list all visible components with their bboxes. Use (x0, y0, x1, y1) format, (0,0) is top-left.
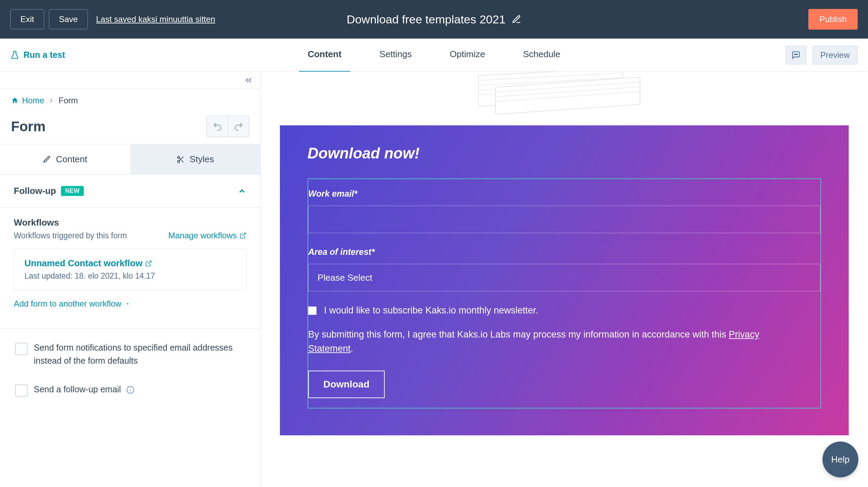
manage-workflows-label: Manage workflows (168, 231, 237, 240)
tab-settings[interactable]: Settings (371, 38, 421, 73)
area-of-interest-label: Area of interest* (308, 247, 820, 257)
section-followup-title: Follow-up (14, 186, 56, 196)
form-preview-section: Download now! Work email* Area of intere… (280, 125, 849, 435)
notifications-label: Send form notifications to specified ema… (34, 341, 245, 367)
add-workflow-link[interactable]: Add form to another workflow (14, 299, 246, 319)
breadcrumb-current: Form (59, 96, 78, 105)
workflow-card[interactable]: Unnamed Contact workflow Last updated: 1… (14, 249, 246, 290)
page-title: Download free templates 2021 (346, 13, 505, 26)
download-button[interactable]: Download (308, 371, 385, 398)
svg-line-7 (179, 158, 181, 159)
run-a-test-label: Run a test (23, 50, 65, 60)
inner-tab-content-label: Content (56, 154, 87, 165)
external-link-icon (240, 232, 246, 239)
form-area[interactable]: Work email* Area of interest* Please Sel… (307, 178, 821, 408)
add-workflow-label: Add form to another workflow (14, 299, 121, 309)
disclaimer-prefix: By submitting this form, I agree that Ka… (308, 329, 729, 340)
undo-button[interactable] (206, 116, 228, 137)
svg-point-4 (178, 160, 180, 163)
panel-title: Form (11, 119, 46, 134)
chevron-right-icon (48, 97, 54, 104)
new-badge: NEW (61, 186, 84, 196)
run-a-test-button[interactable]: Run a test (10, 50, 65, 60)
flask-icon (10, 51, 19, 60)
tab-schedule[interactable]: Schedule (514, 38, 569, 73)
preview-button[interactable]: Preview (813, 46, 858, 64)
newsletter-checkbox[interactable] (308, 307, 316, 315)
area-of-interest-select[interactable]: Please Select (308, 264, 820, 291)
workflows-heading: Workflows (14, 217, 246, 228)
top-header: Exit Save Last saved kaksi minuuttia sit… (0, 0, 868, 39)
notifications-checkbox[interactable] (15, 343, 28, 355)
svg-point-0 (794, 54, 795, 54)
comment-icon (791, 51, 800, 60)
scissors-icon (176, 155, 185, 164)
sub-nav: Run a test Content Settings Optimize Sch… (0, 39, 868, 72)
notifications-checkbox-row[interactable]: Send form notifications to specified ema… (0, 329, 260, 380)
work-email-input[interactable] (308, 206, 820, 233)
workflow-updated: Last updated: 18. elo 2021, klo 14.17 (24, 271, 236, 281)
nav-tabs: Content Settings Optimize Schedule (299, 38, 569, 73)
breadcrumb: Home Form (0, 89, 260, 112)
disclaimer-suffix: . (351, 343, 353, 354)
collapse-icon[interactable] (244, 75, 253, 85)
exit-button[interactable]: Exit (10, 9, 44, 29)
workflow-name-label: Unnamed Contact workflow (24, 258, 142, 269)
section-followup[interactable]: Follow-up NEW (0, 175, 260, 208)
pencil-icon (43, 155, 51, 164)
redo-button[interactable] (228, 116, 249, 137)
svg-point-1 (796, 54, 796, 54)
sidebar: Home Form Form (0, 72, 261, 487)
svg-point-3 (178, 156, 180, 158)
undo-icon (212, 121, 223, 132)
followup-email-label: Send a follow-up email (34, 383, 134, 396)
external-link-icon (145, 260, 152, 267)
followup-email-text: Send a follow-up email (34, 384, 121, 394)
followup-email-checkbox-row[interactable]: Send a follow-up email (0, 380, 260, 409)
workflow-name-link[interactable]: Unnamed Contact workflow (24, 258, 236, 269)
tab-optimize[interactable]: Optimize (441, 38, 494, 73)
chevron-up-icon (238, 187, 246, 196)
breadcrumb-home[interactable]: Home (11, 96, 44, 105)
inner-tab-styles[interactable]: Styles (130, 144, 261, 174)
manage-workflows-link[interactable]: Manage workflows (168, 231, 246, 240)
pencil-icon[interactable] (512, 14, 522, 24)
breadcrumb-home-label: Home (22, 96, 44, 105)
save-button[interactable]: Save (49, 9, 88, 29)
help-bubble[interactable]: Help (822, 442, 858, 477)
publish-button[interactable]: Publish (808, 9, 858, 30)
disclaimer-text: By submitting this form, I agree that Ka… (308, 328, 805, 355)
followup-email-checkbox[interactable] (15, 384, 28, 397)
newsletter-consent-text: I would like to subscribe Kaks.io monthl… (324, 305, 538, 316)
template-preview-image (468, 72, 661, 113)
svg-line-6 (181, 160, 183, 162)
home-icon (11, 97, 19, 104)
svg-point-2 (797, 54, 797, 54)
svg-line-9 (148, 261, 151, 264)
work-email-label: Work email* (308, 189, 820, 199)
canvas-preview: Download now! Work email* Area of intere… (261, 72, 868, 487)
area-of-interest-selected: Please Select (317, 272, 372, 283)
download-now-heading: Download now! (307, 145, 821, 162)
workflows-subtext: Workflows triggered by this form (14, 231, 127, 240)
comments-button[interactable] (786, 46, 806, 64)
inner-tab-content[interactable]: Content (0, 144, 130, 174)
caret-down-icon (125, 301, 130, 307)
tab-content[interactable]: Content (299, 38, 350, 73)
info-icon[interactable] (126, 386, 134, 394)
last-saved-link[interactable]: Last saved kaksi minuuttia sitten (96, 14, 215, 24)
svg-line-8 (242, 233, 245, 236)
redo-icon (233, 121, 244, 132)
inner-tab-styles-label: Styles (190, 154, 214, 165)
